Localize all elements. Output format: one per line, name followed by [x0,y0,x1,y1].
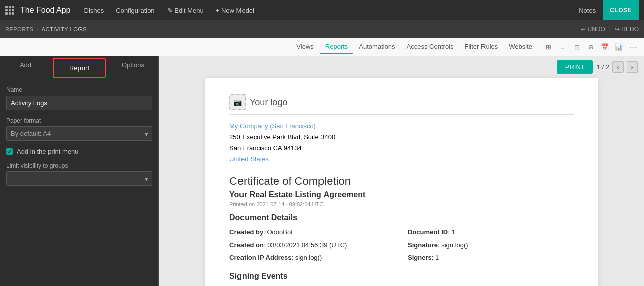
doc-signature-value: sign.log() [441,241,468,249]
next-page-button[interactable]: › [627,61,638,73]
limit-visibility-select[interactable] [6,171,152,186]
main-layout: Add Report Options Name Paper format By … [0,56,644,286]
doc-creation-ip-label: Creation IP Address [229,254,292,261]
menu-configuration[interactable]: Configuration [111,5,159,16]
doc-created-on-label: Created on [229,241,264,249]
breadcrumb: REPORTS › ACTIVITY LOGS [5,26,581,32]
document-wrapper: 📷 Your logo My Company (San Francisco) 2… [159,78,644,286]
undo-button[interactable]: ↩ UNDO [581,26,605,33]
sidebar-content: Name Paper format By default: A4 A3 Lett… [0,80,158,286]
view-icon-chart[interactable]: 📊 [613,41,625,53]
doc-creation-ip-value: sign.log() [295,254,322,261]
doc-doc-id-label: Document ID [408,228,448,236]
doc-created-on: Created on: 03/03/2021 04:56:39 (UTC) [229,239,395,251]
doc-printed-on: Printed on 2021-07-14 · 09:02:54 UTC [229,201,574,207]
doc-address: My Company (San Francisco) 250 Executive… [229,121,574,165]
nav-left: The Food App [5,6,71,15]
app-title: The Food App [20,6,71,15]
tab-automations[interactable]: Automations [354,40,400,54]
top-navigation: The Food App Dishes Configuration ✎ Edit… [0,0,644,20]
print-button[interactable]: PRINT [557,60,593,74]
signing-events-title: Signing Events [229,272,574,281]
paper-format-label: Paper format [6,117,152,124]
paper-format-field-group: Paper format By default: A4 A3 Letter ▾ [6,117,152,141]
doc-details-title: Document Details [229,213,574,222]
menu-edit-menu[interactable]: ✎ Edit Menu [162,5,209,16]
tab-reports[interactable]: Reports [320,40,353,54]
doc-signature-label: Signature [408,241,438,249]
nav-right: Notes CLOSE [572,0,639,20]
doc-creation-ip: Creation IP Address: sign.log() [229,252,395,263]
view-icon-map[interactable]: ⊕ [585,41,597,53]
doc-signers-label: Signers [408,254,432,261]
doc-logo-row: 📷 Your logo [229,94,574,110]
view-icon-grid[interactable]: ⊡ [571,41,583,53]
name-field-group: Name [6,86,152,110]
doc-created-by-value: OdooBot [267,228,292,236]
view-icon-more[interactable]: ⋯ [627,41,639,53]
print-menu-checkbox-row: Add in the print menu [6,148,152,155]
page-info: 1 / 2 [597,63,609,71]
sidebar: Add Report Options Name Paper format By … [0,56,159,286]
doc-created-by-label: Created by [229,228,263,236]
tab-website[interactable]: Website [504,40,537,54]
logo-placeholder-icon: 📷 [229,94,246,110]
page-navigation: 1 / 2 ‹ › [597,61,638,73]
doc-signers-value: 1 [435,254,439,261]
tab-views[interactable]: Views [291,40,318,54]
notes-button[interactable]: Notes [572,0,603,20]
sub-navigation: REPORTS › ACTIVITY LOGS ↩ UNDO | ↪ REDO [0,20,644,38]
doc-cert-subtitle: Your Real Estate Listing Agreement [229,190,574,199]
breadcrumb-separator: › [36,26,38,32]
doc-signature: Signature: sign.log() [408,239,574,251]
tab-access-controls[interactable]: Access Controls [401,40,459,54]
content-area: PRINT 1 / 2 ‹ › 📷 Your logo My Co [159,56,644,286]
secondary-navigation: Views Reports Automations Access Control… [0,38,644,56]
name-label: Name [6,86,152,93]
doc-cert-title: Certificate of Completion [229,175,574,188]
menu-dishes[interactable]: Dishes [79,5,109,16]
tab-report[interactable]: Report [53,58,106,78]
tab-options[interactable]: Options [108,56,158,80]
breadcrumb-current: ACTIVITY LOGS [42,26,87,32]
doc-address-line3: United States [229,154,574,165]
close-button[interactable]: CLOSE [603,0,639,20]
undo-redo-separator: | [609,26,611,33]
paper-format-select[interactable]: By default: A4 A3 Letter [6,126,152,141]
tab-add[interactable]: Add [0,56,51,80]
view-icon-list[interactable]: ≡ [556,41,569,53]
tab-filter-rules[interactable]: Filter Rules [460,40,503,54]
print-menu-checkbox[interactable] [6,148,13,155]
document-preview: 📷 Your logo My Company (San Francisco) 2… [205,78,598,286]
sidebar-tabs: Add Report Options [0,56,158,80]
menu-new-model[interactable]: + New Model [211,5,259,16]
view-icons: ⊞ ≡ ⊡ ⊕ 📅 📊 ⋯ [542,41,639,53]
apps-grid-icon[interactable] [5,6,14,15]
undo-redo-toolbar: ↩ UNDO | ↪ REDO [581,26,639,33]
doc-company-name: My Company (San Francisco) [229,121,574,132]
content-toolbar: PRINT 1 / 2 ‹ › [159,56,644,78]
name-input[interactable] [6,96,152,110]
doc-logo-text: Your logo [250,97,287,108]
limit-visibility-field-group: Limit visibility to groups ▾ [6,162,152,186]
doc-divider [229,114,574,115]
breadcrumb-parent[interactable]: REPORTS [5,26,33,32]
doc-address-line1: 250 Executive Park Blvd, Suite 3400 [229,132,574,143]
doc-doc-id: Document ID: 1 [408,226,574,238]
paper-format-select-wrapper: By default: A4 A3 Letter ▾ [6,126,152,141]
top-menu: Dishes Configuration ✎ Edit Menu + New M… [79,5,564,16]
limit-visibility-label: Limit visibility to groups [6,162,152,169]
print-menu-label: Add in the print menu [17,148,79,155]
view-icon-calendar[interactable]: 📅 [599,41,611,53]
camera-icon: 📷 [233,98,242,106]
doc-address-line2: San Francisco CA 94134 [229,143,574,154]
limit-visibility-select-wrapper: ▾ [6,171,152,186]
redo-button[interactable]: ↪ REDO [615,26,639,33]
prev-page-button[interactable]: ‹ [612,61,623,73]
doc-created-on-value: 03/03/2021 04:56:39 (UTC) [267,241,347,249]
doc-created-by: Created by: OdooBot [229,226,395,238]
doc-doc-id-value: 1 [451,228,455,236]
view-icon-form[interactable]: ⊞ [542,41,554,53]
doc-signers: Signers: 1 [408,252,574,263]
doc-details-grid: Created by: OdooBot Document ID: 1 Creat… [229,226,574,263]
